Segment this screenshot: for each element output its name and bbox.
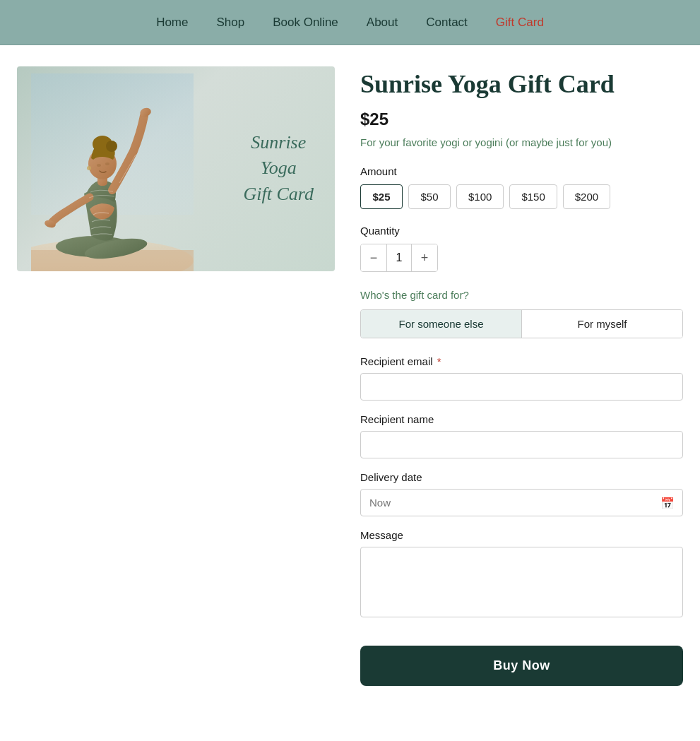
nav-gift-card[interactable]: Gift Card: [496, 16, 544, 30]
recipient-email-group: Recipient email *: [360, 355, 683, 401]
nav-about[interactable]: About: [367, 16, 398, 30]
gift-card-image: Sunrise Yoga Gift Card: [17, 66, 335, 271]
recipient-email-input[interactable]: [360, 373, 683, 401]
product-image-container: Sunrise Yoga Gift Card: [17, 66, 335, 271]
svg-point-10: [105, 162, 109, 165]
nav-shop[interactable]: Shop: [216, 16, 244, 30]
delivery-date-input[interactable]: [360, 489, 683, 516]
product-details: Sunrise Yoga Gift Card $25 For your favo…: [360, 66, 683, 686]
delivery-date-group: Delivery date 📅: [360, 471, 683, 516]
message-group: Message: [360, 529, 683, 620]
toggle-for-someone-else[interactable]: For someone else: [361, 310, 522, 338]
amount-btn-150[interactable]: $150: [509, 184, 557, 209]
message-input[interactable]: [360, 547, 683, 617]
quantity-label: Quantity: [360, 225, 683, 237]
delivery-date-label: Delivery date: [360, 471, 683, 483]
svg-point-13: [87, 166, 91, 170]
recipient-name-group: Recipient name: [360, 413, 683, 458]
message-label: Message: [360, 529, 683, 541]
page-content: Sunrise Yoga Gift Card Sunrise Yoga Gift…: [0, 45, 700, 741]
svg-point-9: [97, 164, 101, 167]
recipient-toggle: For someone else For myself: [360, 309, 683, 338]
nav-book-online[interactable]: Book Online: [273, 16, 338, 30]
svg-point-8: [106, 141, 117, 152]
quantity-increase-button[interactable]: +: [412, 244, 437, 271]
required-asterisk: *: [434, 355, 441, 367]
main-navigation: Home Shop Book Online About Contact Gift…: [0, 0, 700, 45]
nav-home[interactable]: Home: [156, 16, 188, 30]
quantity-value: 1: [386, 244, 412, 271]
recipient-question: Who's the gift card for?: [360, 289, 683, 301]
product-price: $25: [360, 109, 683, 129]
product-subtitle: For your favorite yogi or yogini (or may…: [360, 136, 683, 148]
gift-card-overlay-text: Sunrise Yoga Gift Card: [244, 130, 314, 207]
amount-btn-25[interactable]: $25: [360, 184, 403, 209]
quantity-decrease-button[interactable]: −: [361, 244, 386, 271]
date-input-wrapper: 📅: [360, 489, 683, 516]
amount-btn-100[interactable]: $100: [456, 184, 504, 209]
product-title: Sunrise Yoga Gift Card: [360, 69, 683, 100]
amount-options: $25 $50 $100 $150 $200: [360, 184, 683, 209]
quantity-control: − 1 +: [360, 244, 438, 272]
amount-label: Amount: [360, 165, 683, 177]
quantity-section: Quantity − 1 +: [360, 225, 683, 272]
toggle-for-myself[interactable]: For myself: [522, 310, 682, 338]
recipient-name-label: Recipient name: [360, 413, 683, 425]
amount-btn-50[interactable]: $50: [408, 184, 451, 209]
yoga-figure-svg: [31, 73, 194, 271]
recipient-name-input[interactable]: [360, 431, 683, 458]
nav-contact[interactable]: Contact: [426, 16, 468, 30]
buy-now-button[interactable]: Buy Now: [360, 646, 683, 686]
amount-btn-200[interactable]: $200: [563, 184, 610, 209]
recipient-email-label: Recipient email *: [360, 355, 683, 367]
